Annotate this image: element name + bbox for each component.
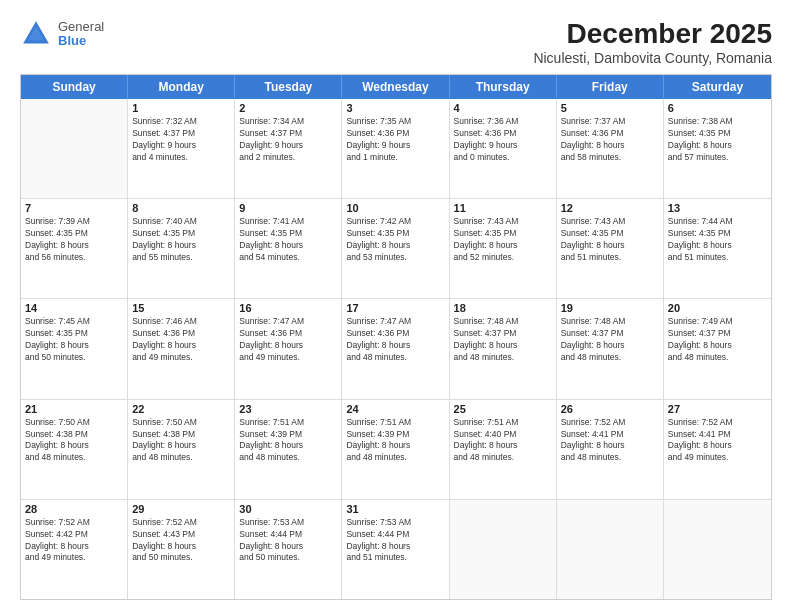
day-info: Sunrise: 7:38 AM Sunset: 4:35 PM Dayligh…: [668, 116, 767, 164]
day-info: Sunrise: 7:48 AM Sunset: 4:37 PM Dayligh…: [454, 316, 552, 364]
day-info: Sunrise: 7:45 AM Sunset: 4:35 PM Dayligh…: [25, 316, 123, 364]
title-block: December 2025 Niculesti, Dambovita Count…: [533, 18, 772, 66]
cal-cell: 21Sunrise: 7:50 AM Sunset: 4:38 PM Dayli…: [21, 400, 128, 499]
cal-cell: [557, 500, 664, 599]
day-number: 26: [561, 403, 659, 415]
day-info: Sunrise: 7:32 AM Sunset: 4:37 PM Dayligh…: [132, 116, 230, 164]
cal-cell: 8Sunrise: 7:40 AM Sunset: 4:35 PM Daylig…: [128, 199, 235, 298]
day-number: 2: [239, 102, 337, 114]
logo: General Blue: [20, 18, 104, 50]
week-row-4: 21Sunrise: 7:50 AM Sunset: 4:38 PM Dayli…: [21, 400, 771, 500]
header: General Blue December 2025 Niculesti, Da…: [20, 18, 772, 66]
day-number: 16: [239, 302, 337, 314]
day-number: 11: [454, 202, 552, 214]
cal-cell: 30Sunrise: 7:53 AM Sunset: 4:44 PM Dayli…: [235, 500, 342, 599]
cal-cell: 3Sunrise: 7:35 AM Sunset: 4:36 PM Daylig…: [342, 99, 449, 198]
cal-cell: 12Sunrise: 7:43 AM Sunset: 4:35 PM Dayli…: [557, 199, 664, 298]
day-number: 15: [132, 302, 230, 314]
cal-cell: 19Sunrise: 7:48 AM Sunset: 4:37 PM Dayli…: [557, 299, 664, 398]
day-number: 5: [561, 102, 659, 114]
day-info: Sunrise: 7:49 AM Sunset: 4:37 PM Dayligh…: [668, 316, 767, 364]
day-number: 17: [346, 302, 444, 314]
logo-line2: Blue: [58, 34, 104, 48]
day-number: 25: [454, 403, 552, 415]
day-number: 27: [668, 403, 767, 415]
day-of-week-saturday: Saturday: [664, 75, 771, 99]
day-number: 6: [668, 102, 767, 114]
day-number: 1: [132, 102, 230, 114]
cal-cell: 29Sunrise: 7:52 AM Sunset: 4:43 PM Dayli…: [128, 500, 235, 599]
day-info: Sunrise: 7:52 AM Sunset: 4:42 PM Dayligh…: [25, 517, 123, 565]
cal-cell: 20Sunrise: 7:49 AM Sunset: 4:37 PM Dayli…: [664, 299, 771, 398]
day-of-week-monday: Monday: [128, 75, 235, 99]
day-info: Sunrise: 7:52 AM Sunset: 4:41 PM Dayligh…: [668, 417, 767, 465]
day-number: 29: [132, 503, 230, 515]
day-info: Sunrise: 7:34 AM Sunset: 4:37 PM Dayligh…: [239, 116, 337, 164]
day-info: Sunrise: 7:48 AM Sunset: 4:37 PM Dayligh…: [561, 316, 659, 364]
day-number: 9: [239, 202, 337, 214]
cal-cell: 9Sunrise: 7:41 AM Sunset: 4:35 PM Daylig…: [235, 199, 342, 298]
day-info: Sunrise: 7:47 AM Sunset: 4:36 PM Dayligh…: [239, 316, 337, 364]
calendar-subtitle: Niculesti, Dambovita County, Romania: [533, 50, 772, 66]
day-number: 12: [561, 202, 659, 214]
day-info: Sunrise: 7:51 AM Sunset: 4:39 PM Dayligh…: [346, 417, 444, 465]
day-number: 24: [346, 403, 444, 415]
day-of-week-tuesday: Tuesday: [235, 75, 342, 99]
day-info: Sunrise: 7:46 AM Sunset: 4:36 PM Dayligh…: [132, 316, 230, 364]
week-row-3: 14Sunrise: 7:45 AM Sunset: 4:35 PM Dayli…: [21, 299, 771, 399]
day-number: 23: [239, 403, 337, 415]
logo-line1: General: [58, 20, 104, 34]
week-row-1: 1Sunrise: 7:32 AM Sunset: 4:37 PM Daylig…: [21, 99, 771, 199]
day-number: 28: [25, 503, 123, 515]
day-info: Sunrise: 7:39 AM Sunset: 4:35 PM Dayligh…: [25, 216, 123, 264]
day-number: 18: [454, 302, 552, 314]
day-number: 21: [25, 403, 123, 415]
day-info: Sunrise: 7:47 AM Sunset: 4:36 PM Dayligh…: [346, 316, 444, 364]
calendar: SundayMondayTuesdayWednesdayThursdayFrid…: [20, 74, 772, 600]
day-number: 13: [668, 202, 767, 214]
week-row-5: 28Sunrise: 7:52 AM Sunset: 4:42 PM Dayli…: [21, 500, 771, 599]
week-row-2: 7Sunrise: 7:39 AM Sunset: 4:35 PM Daylig…: [21, 199, 771, 299]
day-of-week-sunday: Sunday: [21, 75, 128, 99]
day-of-week-friday: Friday: [557, 75, 664, 99]
calendar-body: 1Sunrise: 7:32 AM Sunset: 4:37 PM Daylig…: [21, 99, 771, 599]
cal-cell: [664, 500, 771, 599]
day-number: 3: [346, 102, 444, 114]
day-info: Sunrise: 7:52 AM Sunset: 4:41 PM Dayligh…: [561, 417, 659, 465]
cal-cell: 22Sunrise: 7:50 AM Sunset: 4:38 PM Dayli…: [128, 400, 235, 499]
day-info: Sunrise: 7:43 AM Sunset: 4:35 PM Dayligh…: [454, 216, 552, 264]
day-info: Sunrise: 7:51 AM Sunset: 4:40 PM Dayligh…: [454, 417, 552, 465]
cal-cell: 2Sunrise: 7:34 AM Sunset: 4:37 PM Daylig…: [235, 99, 342, 198]
cal-cell: 6Sunrise: 7:38 AM Sunset: 4:35 PM Daylig…: [664, 99, 771, 198]
cal-cell: 10Sunrise: 7:42 AM Sunset: 4:35 PM Dayli…: [342, 199, 449, 298]
calendar-header-row: SundayMondayTuesdayWednesdayThursdayFrid…: [21, 75, 771, 99]
day-number: 30: [239, 503, 337, 515]
cal-cell: 1Sunrise: 7:32 AM Sunset: 4:37 PM Daylig…: [128, 99, 235, 198]
page: General Blue December 2025 Niculesti, Da…: [0, 0, 792, 612]
calendar-title: December 2025: [533, 18, 772, 50]
day-info: Sunrise: 7:42 AM Sunset: 4:35 PM Dayligh…: [346, 216, 444, 264]
day-info: Sunrise: 7:44 AM Sunset: 4:35 PM Dayligh…: [668, 216, 767, 264]
day-info: Sunrise: 7:40 AM Sunset: 4:35 PM Dayligh…: [132, 216, 230, 264]
cal-cell: 11Sunrise: 7:43 AM Sunset: 4:35 PM Dayli…: [450, 199, 557, 298]
day-info: Sunrise: 7:50 AM Sunset: 4:38 PM Dayligh…: [132, 417, 230, 465]
day-info: Sunrise: 7:43 AM Sunset: 4:35 PM Dayligh…: [561, 216, 659, 264]
cal-cell: 13Sunrise: 7:44 AM Sunset: 4:35 PM Dayli…: [664, 199, 771, 298]
day-number: 4: [454, 102, 552, 114]
day-info: Sunrise: 7:53 AM Sunset: 4:44 PM Dayligh…: [239, 517, 337, 565]
cal-cell: 28Sunrise: 7:52 AM Sunset: 4:42 PM Dayli…: [21, 500, 128, 599]
cal-cell: 18Sunrise: 7:48 AM Sunset: 4:37 PM Dayli…: [450, 299, 557, 398]
cal-cell: 26Sunrise: 7:52 AM Sunset: 4:41 PM Dayli…: [557, 400, 664, 499]
cal-cell: 24Sunrise: 7:51 AM Sunset: 4:39 PM Dayli…: [342, 400, 449, 499]
cal-cell: 27Sunrise: 7:52 AM Sunset: 4:41 PM Dayli…: [664, 400, 771, 499]
day-number: 8: [132, 202, 230, 214]
day-number: 20: [668, 302, 767, 314]
cal-cell: 31Sunrise: 7:53 AM Sunset: 4:44 PM Dayli…: [342, 500, 449, 599]
cal-cell: 15Sunrise: 7:46 AM Sunset: 4:36 PM Dayli…: [128, 299, 235, 398]
cal-cell: 5Sunrise: 7:37 AM Sunset: 4:36 PM Daylig…: [557, 99, 664, 198]
day-info: Sunrise: 7:51 AM Sunset: 4:39 PM Dayligh…: [239, 417, 337, 465]
cal-cell: 17Sunrise: 7:47 AM Sunset: 4:36 PM Dayli…: [342, 299, 449, 398]
day-number: 19: [561, 302, 659, 314]
day-of-week-wednesday: Wednesday: [342, 75, 449, 99]
day-number: 10: [346, 202, 444, 214]
